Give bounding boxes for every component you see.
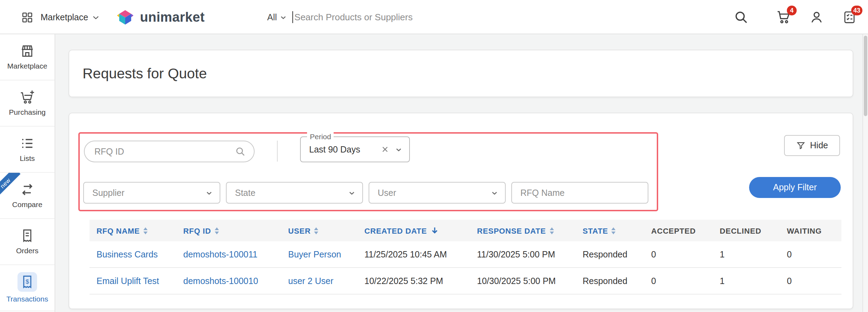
chevron-down-icon[interactable] (91, 12, 101, 22)
search-icon[interactable] (734, 10, 748, 24)
sidebar-item-transactions[interactable]: $ Transactions (0, 265, 55, 311)
global-search: All (267, 0, 504, 34)
rfq-name-field[interactable] (511, 182, 648, 204)
column-header-user[interactable]: USER (288, 226, 364, 235)
supplier-select[interactable]: Supplier (83, 182, 220, 204)
user-placeholder: User (378, 188, 490, 198)
page-title-card: Requests for Quote (69, 50, 853, 97)
cell-created-date: 10/22/2025 5:32 PM (364, 276, 477, 286)
funnel-icon (796, 141, 806, 150)
column-header-state[interactable]: STATE (583, 226, 651, 235)
cell-created-date: 11/25/2025 10:45 AM (364, 249, 477, 259)
tasks-button[interactable]: 43 (842, 10, 857, 24)
cell-user: user 2 User (288, 276, 364, 286)
user-link[interactable]: Buyer Person (288, 249, 341, 259)
sidebar-item-purchasing[interactable]: Purchasing (0, 80, 55, 127)
sidebar-item-lists[interactable]: Lists (0, 127, 55, 173)
chevron-down-icon[interactable] (279, 13, 287, 21)
cart-badge: 4 (787, 6, 797, 15)
hide-button-label: Hide (810, 141, 828, 150)
user-link[interactable]: user 2 User (288, 276, 333, 286)
state-select[interactable]: State (226, 182, 363, 204)
column-header-declined: DECLINED (720, 226, 787, 235)
column-header-created-date[interactable]: CREATED DATE (364, 226, 477, 235)
text-cursor (292, 11, 293, 23)
brand[interactable]: unimarket (116, 8, 205, 26)
account-icon[interactable] (809, 10, 824, 24)
sidebar-item-label: Orders (16, 247, 38, 255)
cell-declined: 1 (720, 276, 787, 286)
cell-state: Responded (583, 249, 651, 259)
cell-rfq-id: demoshots-100011 (183, 249, 288, 259)
sidebar-item-label: Lists (20, 155, 35, 163)
tasks-badge: 43 (851, 6, 862, 15)
rfq-id-input[interactable] (94, 147, 235, 156)
chevron-down-icon (348, 189, 356, 197)
sidebar-item-label: Compare (12, 201, 42, 209)
cell-response-date: 11/30/2025 5:00 PM (477, 249, 583, 259)
cell-rfq-name: Email Uplift Test (90, 276, 183, 286)
cart-button[interactable]: 4 (776, 10, 791, 24)
column-header-response-date[interactable]: RESPONSE DATE (477, 226, 583, 235)
sort-icon (612, 227, 616, 234)
cell-waiting: 0 (787, 249, 841, 259)
receipt-icon (20, 228, 35, 243)
sidebar-item-compare[interactable]: new Compare (0, 173, 55, 219)
rfq-id-link[interactable]: demoshots-100011 (183, 249, 257, 259)
sidebar-item-label: Transactions (6, 295, 48, 303)
column-header-rfq-name[interactable]: RFQ NAME (90, 226, 183, 235)
rfq-name-link[interactable]: Business Cards (97, 249, 158, 259)
chevron-down-icon (205, 189, 213, 197)
search-scope-select[interactable]: All (267, 12, 277, 22)
new-ribbon: new (0, 173, 20, 198)
clear-icon[interactable] (381, 146, 389, 153)
cell-state: Responded (583, 276, 651, 286)
user-select[interactable]: User (369, 182, 506, 204)
unimarket-logo-icon (116, 8, 134, 26)
rfq-name-input[interactable] (520, 188, 648, 198)
period-label: Period (307, 132, 334, 141)
sidebar-item-marketplace[interactable]: Marketplace (0, 34, 55, 80)
hide-filters-button[interactable]: Hide (784, 135, 840, 156)
scrollbar-thumb[interactable] (864, 36, 867, 116)
active-item-chip: $ (17, 272, 37, 292)
chevron-down-icon[interactable] (394, 145, 403, 154)
transactions-receipt-icon: $ (20, 274, 35, 290)
period-select[interactable]: Period Last 90 Days (300, 136, 410, 162)
topbar-actions: 4 43 (734, 0, 857, 34)
table-header-row: RFQ NAME RFQ ID USER CREATED DATE (90, 220, 841, 241)
brand-wordmark: unimarket (140, 9, 205, 25)
filter-highlight-outline: Period Last 90 Days Supplier (78, 132, 658, 211)
app-grid-icon[interactable] (21, 11, 34, 23)
rfq-id-search-field[interactable] (84, 141, 255, 162)
apply-filter-button[interactable]: Apply Filter (749, 177, 841, 198)
cell-response-date: 10/30/2025 5:00 PM (477, 276, 583, 286)
sort-icon (143, 227, 148, 234)
search-icon[interactable] (235, 146, 246, 157)
period-value: Last 90 Days (309, 144, 381, 154)
rfq-id-link[interactable]: demoshots-100010 (183, 276, 258, 286)
sort-desc-icon (431, 226, 440, 235)
state-placeholder: State (235, 188, 348, 198)
cell-rfq-id: demoshots-100010 (183, 276, 288, 286)
app-menu-label[interactable]: Marketplace (41, 12, 88, 22)
topbar-left: Marketplace unimarket (21, 0, 205, 34)
sort-icon (314, 227, 318, 234)
storefront-icon (20, 43, 35, 59)
cell-accepted: 0 (651, 249, 720, 259)
search-input[interactable] (294, 12, 504, 22)
rfq-table: RFQ NAME RFQ ID USER CREATED DATE (90, 220, 841, 295)
chevron-down-icon (490, 189, 499, 197)
list-icon (20, 136, 35, 151)
table-row: Email Uplift Test demoshots-100010 user … (90, 268, 841, 295)
cell-rfq-name: Business Cards (90, 249, 183, 259)
sort-icon (214, 227, 219, 234)
page-title: Requests for Quote (83, 65, 207, 82)
cart-plus-icon (20, 90, 35, 105)
sidebar: Marketplace Purchasing Lists new Compare (0, 34, 55, 312)
column-header-rfq-id[interactable]: RFQ ID (183, 226, 288, 235)
main-content: Requests for Quote Period Last 90 Days (55, 34, 868, 312)
rfq-name-link[interactable]: Email Uplift Test (97, 276, 159, 286)
vertical-scrollbar[interactable] (862, 34, 868, 312)
sidebar-item-orders[interactable]: Orders (0, 219, 55, 265)
